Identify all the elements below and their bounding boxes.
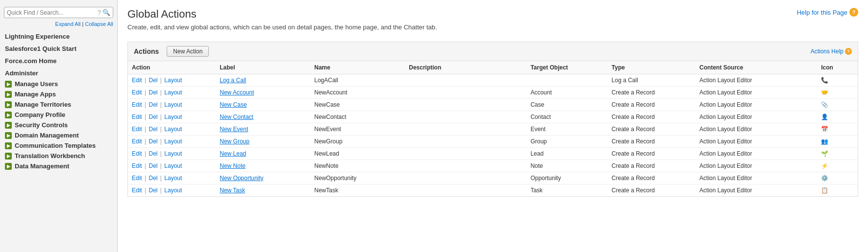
actions-help-icon: ? (845, 48, 852, 55)
sidebar-item-security-controls[interactable]: ▶ Security Controls (0, 120, 117, 130)
sidebar-item-manage-apps[interactable]: ▶ Manage Apps (0, 89, 117, 99)
name-cell: LogACall (310, 74, 405, 87)
label-cell: New Opportunity (216, 172, 310, 184)
help-for-page-link[interactable]: Help for this Page ? (797, 8, 858, 17)
del-link[interactable]: Del (149, 175, 157, 182)
type-cell: Create a Record (608, 160, 695, 172)
edit-link[interactable]: Edit (132, 175, 142, 182)
sidebar-item-data-management[interactable]: ▶ Data Management (0, 161, 117, 171)
sidebar-item-communication-templates[interactable]: ▶ Communication Templates (0, 140, 117, 151)
description-cell (405, 184, 526, 197)
edit-link[interactable]: Edit (132, 101, 142, 108)
target-object-cell: Task (526, 184, 607, 197)
expand-all-link[interactable]: Expand All (55, 21, 81, 27)
arrow-icon: ▶ (5, 163, 12, 170)
separator: | (160, 89, 163, 96)
table-row: Edit | Del | Layout New Task NewTask Tas… (128, 184, 858, 197)
action-label-link[interactable]: Log a Call (220, 77, 246, 84)
edit-link[interactable]: Edit (132, 187, 142, 194)
label-cell: New Note (216, 160, 310, 172)
actions-header: Actions New Action Actions Help ? (128, 42, 858, 61)
layout-link[interactable]: Layout (164, 162, 182, 169)
del-link[interactable]: Del (149, 138, 157, 145)
action-label-link[interactable]: New Case (220, 101, 247, 108)
help-icon[interactable]: ? (98, 9, 101, 16)
search-bar: ? 🔍 (4, 7, 113, 18)
sidebar-item-domain-management[interactable]: ▶ Domain Management (0, 130, 117, 140)
table-row: Edit | Del | Layout New Opportunity NewO… (128, 172, 858, 184)
table-row: Edit | Del | Layout New Lead NewLead Lea… (128, 148, 858, 160)
action-label-link[interactable]: New Task (220, 187, 245, 194)
layout-link[interactable]: Layout (164, 89, 182, 96)
content-source-cell: Action Layout Editor (695, 87, 817, 99)
edit-link[interactable]: Edit (132, 150, 142, 157)
row-actions-cell: Edit | Del | Layout (128, 136, 216, 148)
edit-link[interactable]: Edit (132, 126, 142, 133)
layout-link[interactable]: Layout (164, 138, 182, 145)
del-link[interactable]: Del (149, 150, 157, 157)
arrow-icon: ▶ (5, 153, 12, 160)
layout-link[interactable]: Layout (164, 175, 182, 182)
edit-link[interactable]: Edit (132, 138, 142, 145)
separator: | (145, 175, 148, 182)
action-label-link[interactable]: New Event (220, 126, 248, 133)
content-source-cell: Action Layout Editor (695, 184, 817, 197)
layout-link[interactable]: Layout (164, 150, 182, 157)
search-icon[interactable]: 🔍 (102, 9, 110, 16)
help-for-page-label: Help for this Page (797, 9, 847, 16)
description-cell (405, 136, 526, 148)
name-cell: NewAccount (310, 87, 405, 99)
section-forcecom-home: Force.com Home (0, 54, 117, 67)
section-salesforce1: Salesforce1 Quick Start (0, 42, 117, 54)
layout-link[interactable]: Layout (164, 126, 182, 133)
sidebar-item-company-profile[interactable]: ▶ Company Profile (0, 110, 117, 120)
separator: | (145, 89, 148, 96)
sidebar-item-manage-territories[interactable]: ▶ Manage Territories (0, 99, 117, 110)
edit-link[interactable]: Edit (132, 114, 142, 120)
action-label-link[interactable]: New Contact (220, 114, 253, 120)
del-link[interactable]: Del (149, 77, 157, 84)
description-cell (405, 148, 526, 160)
page-title: Global Actions (127, 8, 437, 21)
target-object-cell: Note (526, 160, 607, 172)
separator: | (160, 77, 163, 84)
action-label-link[interactable]: New Note (220, 162, 246, 169)
layout-link[interactable]: Layout (164, 187, 182, 194)
action-label-link[interactable]: New Opportunity (220, 175, 263, 182)
target-object-cell: Event (526, 123, 607, 136)
del-link[interactable]: Del (149, 89, 157, 96)
del-link[interactable]: Del (149, 101, 157, 108)
collapse-all-link[interactable]: Collapse All (85, 21, 113, 27)
name-cell: NewLead (310, 148, 405, 160)
separator: | (160, 150, 163, 157)
search-input[interactable] (7, 9, 96, 16)
edit-link[interactable]: Edit (132, 89, 142, 96)
separator: | (145, 187, 148, 194)
separator: | (160, 126, 163, 133)
sidebar-item-manage-users[interactable]: ▶ Manage Users (0, 79, 117, 89)
layout-link[interactable]: Layout (164, 101, 182, 108)
del-link[interactable]: Del (149, 187, 157, 194)
sidebar-item-translation-workbench[interactable]: ▶ Translation Workbench (0, 151, 117, 161)
main-content: Global Actions Create, edit, and view gl… (118, 0, 868, 252)
action-label-link[interactable]: New Group (220, 138, 249, 145)
arrow-icon: ▶ (5, 91, 12, 98)
layout-link[interactable]: Layout (164, 114, 182, 120)
edit-link[interactable]: Edit (132, 162, 142, 169)
arrow-icon: ▶ (5, 142, 12, 149)
del-link[interactable]: Del (149, 162, 157, 169)
separator: | (145, 150, 148, 157)
del-link[interactable]: Del (149, 114, 157, 120)
new-action-button[interactable]: New Action (167, 46, 209, 57)
actions-help-link[interactable]: Actions Help ? (811, 48, 852, 55)
layout-link[interactable]: Layout (164, 77, 182, 84)
action-label-link[interactable]: New Lead (220, 150, 246, 157)
table-row: Edit | Del | Layout Log a Call LogACall … (128, 74, 858, 87)
description-cell (405, 172, 526, 184)
icon-cell: ⚡ (817, 160, 858, 172)
edit-link[interactable]: Edit (132, 77, 142, 84)
icon-cell: ⚙️ (817, 172, 858, 184)
action-label-link[interactable]: New Account (220, 89, 254, 96)
del-link[interactable]: Del (149, 126, 157, 133)
label-cell: New Task (216, 184, 310, 197)
